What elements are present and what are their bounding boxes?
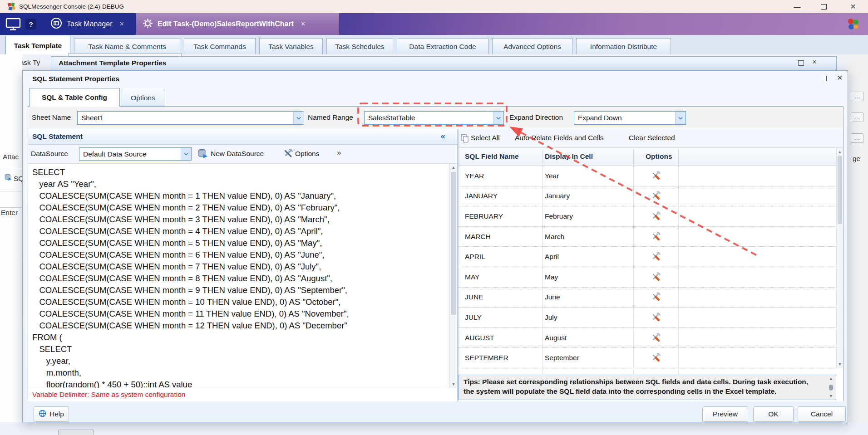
table-row[interactable]: APRILApril (459, 247, 836, 267)
cancel-button[interactable]: Cancel (798, 406, 846, 422)
tab-information-distribute[interactable]: Information Distribute (576, 38, 671, 54)
scroll-up-icon[interactable]: ▲ (836, 148, 843, 156)
table-row[interactable]: AUGUSTAugust (459, 328, 836, 348)
chevron-down-icon (184, 152, 188, 156)
scrollbar-thumb[interactable] (838, 156, 842, 224)
row-options-button[interactable] (633, 166, 678, 186)
tab-data-extraction-code[interactable]: Data Extraction Code (397, 38, 488, 54)
options-button[interactable]: Options (295, 150, 319, 158)
close-tab-icon[interactable]: × (301, 20, 305, 28)
row-options-button[interactable] (633, 308, 678, 327)
scrollbar-thumb[interactable] (829, 385, 833, 391)
table-row[interactable]: YEARYear (459, 166, 836, 186)
sql-statement-properties-dialog: SQL Statement Properties × SQL & Table C… (22, 70, 848, 422)
window-title: SQLMessenger Console (2.4)-DEBUG (19, 3, 124, 10)
table-row[interactable]: JUNEJune (459, 288, 836, 308)
help-icon[interactable]: ? (25, 19, 36, 29)
tab-edit-task[interactable]: Edit Task-(Demo)SalesReportWithChart × (136, 13, 339, 35)
sql-editor-scrollbar[interactable]: ▲ ▼ (449, 164, 457, 388)
display-in-cell-cell: April (545, 247, 559, 267)
tab-options[interactable]: Options (122, 90, 164, 106)
chevron-down-icon[interactable] (493, 112, 503, 124)
sql-line: COALESCE(SUM(CASE WHEN month = 9 THEN va… (32, 284, 449, 296)
scrollbar-thumb[interactable] (451, 172, 456, 315)
display-in-cell-cell: September (545, 348, 579, 368)
clear-selected-button[interactable]: Clear Selected (629, 134, 675, 142)
expand-direction-select[interactable]: Expand Down (574, 111, 686, 125)
field-table-scrollbar[interactable]: ▲ ▼ (836, 148, 843, 368)
column-display-in-cell: Display In Cell (545, 152, 593, 161)
tab-task-manager[interactable]: Task Manager × (45, 13, 139, 35)
tab-task-name-comments[interactable]: Task Name & Comments (74, 38, 180, 54)
toolbar-overflow-icon[interactable]: » (337, 148, 341, 157)
users-pinwheel-icon[interactable] (845, 16, 861, 34)
browse-button[interactable]: … (851, 112, 863, 122)
tab-task-schedules[interactable]: Task Schedules (326, 38, 393, 54)
chevron-down-icon[interactable] (181, 148, 191, 160)
new-datasource-button[interactable]: New DataSource (211, 150, 264, 158)
row-options-button[interactable] (633, 227, 678, 247)
close-button[interactable]: × (840, 0, 866, 13)
close-tab-icon[interactable]: × (120, 20, 124, 28)
scroll-down-icon[interactable]: ▼ (829, 394, 833, 398)
datasource-select[interactable]: Default Data Source (79, 147, 192, 161)
tab-task-template[interactable]: Task Template (5, 36, 70, 54)
chevron-down-icon (496, 117, 501, 120)
table-row[interactable]: FEBRUARYFebruary (459, 206, 836, 227)
display-in-cell-cell: February (545, 206, 573, 226)
tools-icon (651, 171, 661, 181)
chevron-down-icon[interactable] (293, 112, 304, 124)
browse-button[interactable]: … (851, 133, 863, 143)
table-row[interactable]: SEPTEMBERSeptember (459, 348, 836, 368)
row-options-button[interactable] (633, 247, 678, 267)
row-options-button[interactable] (633, 348, 678, 368)
scroll-down-icon[interactable]: ▼ (836, 361, 843, 368)
select-all-button[interactable]: Select All (471, 134, 500, 142)
tab-label: Edit Task-(Demo)SalesReportWithChart (158, 20, 294, 28)
tools-icon (651, 232, 661, 242)
display-in-cell-cell: May (545, 267, 558, 287)
scroll-down-icon[interactable]: ▼ (450, 381, 457, 388)
table-row[interactable]: MAYMay (459, 267, 836, 288)
row-options-button[interactable] (633, 206, 678, 226)
tab-sql-table-config[interactable]: SQL & Table Config (29, 88, 120, 107)
scroll-up-icon[interactable]: ▲ (450, 164, 457, 171)
tab-task-commands[interactable]: Task Commands (184, 38, 256, 54)
ok-button[interactable]: OK (753, 406, 794, 422)
close-icon[interactable]: × (812, 58, 817, 67)
label-partial: ge (853, 155, 860, 163)
collapse-panel-icon[interactable]: « (440, 131, 445, 141)
named-range-select[interactable]: SalesStatTable (364, 111, 504, 125)
sql-editor[interactable]: SELECT year AS "Year", COALESCE(SUM(CASE… (28, 164, 457, 388)
variable-delimiter-note-strip: Variable Delimiter: Same as system confi… (28, 388, 457, 401)
dialog-close-button[interactable]: × (833, 72, 846, 83)
table-row[interactable]: JANUARYJanuary (459, 186, 836, 207)
display-in-cell-cell: Year (545, 166, 559, 186)
tools-icon (651, 313, 661, 323)
table-row[interactable]: MARCHMarch (459, 227, 836, 247)
tab-advanced-options[interactable]: Advanced Options (492, 38, 572, 54)
sheet-name-select[interactable]: Sheet1 (77, 111, 304, 125)
table-row[interactable]: JULYJuly (459, 308, 836, 328)
field-mapping-panel: Select All Auto Relate Fields and Cells … (459, 129, 843, 401)
sql-field-name-cell: YEAR (465, 166, 484, 186)
auto-relate-button[interactable]: Auto Relate Fields and Cells (515, 134, 604, 142)
monitor-icon[interactable] (5, 17, 21, 33)
maximize-button[interactable] (810, 0, 837, 13)
tab-task-variables[interactable]: Task Variables (259, 38, 323, 54)
preview-button[interactable]: Preview (702, 406, 748, 422)
maximize-icon[interactable] (798, 59, 804, 68)
sql-code: SELECT year AS "Year", COALESCE(SUM(CASE… (28, 164, 449, 388)
minimize-button[interactable]: — (784, 0, 810, 13)
chevron-down-icon[interactable] (675, 112, 686, 124)
row-options-button[interactable] (633, 267, 678, 287)
scroll-up-icon[interactable]: ▲ (829, 376, 833, 381)
tips-scrollbar[interactable]: ▲ ▼ (828, 376, 834, 398)
display-in-cell-cell: June (545, 288, 560, 308)
row-options-button[interactable] (633, 328, 678, 348)
help-button[interactable]: Help (34, 406, 69, 422)
row-options-button[interactable] (633, 288, 678, 308)
dialog-maximize-button[interactable] (818, 74, 829, 83)
browse-button[interactable]: … (851, 92, 863, 101)
row-options-button[interactable] (633, 186, 678, 206)
